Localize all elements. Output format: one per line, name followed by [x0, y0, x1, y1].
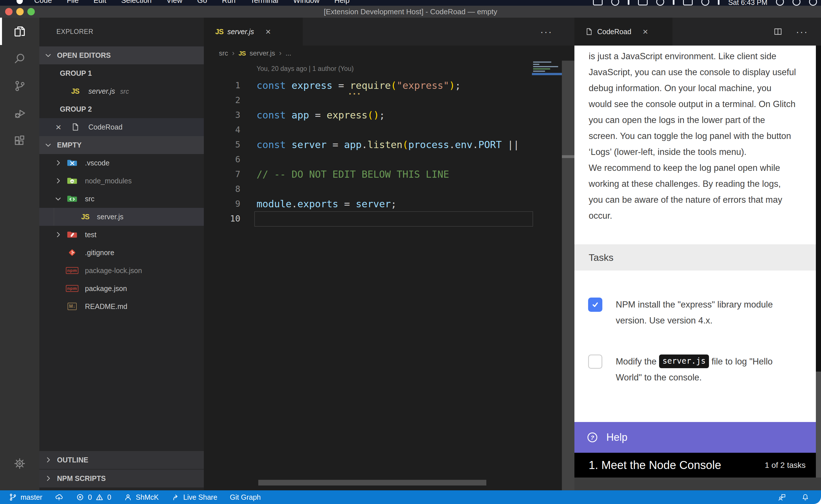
activity-explorer[interactable] [0, 18, 39, 45]
help-q-icon: ? [586, 431, 599, 444]
tree-item-package-json[interactable]: npmpackage.json [39, 280, 204, 298]
input-icon[interactable] [656, 0, 664, 6]
siri-icon[interactable] [793, 0, 800, 6]
codelens-annotation[interactable]: You, 20 days ago | 1 author (You) [257, 65, 354, 73]
close-tab-icon[interactable]: × [643, 26, 648, 37]
panel-scrollbar-thumb[interactable] [816, 372, 821, 478]
open-editor-item-coderoad[interactable]: ×CodeRoad [39, 118, 204, 136]
control-center-icon[interactable] [809, 0, 817, 6]
split-editor-icon[interactable] [773, 27, 783, 36]
chevron-down-icon [44, 51, 52, 59]
display-icon[interactable] [593, 0, 602, 5]
code-line[interactable]: 6 [204, 152, 560, 167]
task-checkbox-unchecked[interactable] [588, 355, 602, 369]
editor-vertical-scrollbar[interactable] [562, 61, 574, 490]
menu-item-window[interactable]: Window [293, 0, 319, 5]
code-line[interactable]: 5const server = app.listen(process.env.P… [204, 137, 560, 152]
tree-item-src[interactable]: src [39, 190, 204, 208]
group-label-2: GROUP 2 [39, 100, 204, 118]
activity-run-debug[interactable] [0, 100, 39, 127]
menu-item-go[interactable]: Go [197, 0, 207, 5]
chevron-right-icon [54, 159, 62, 167]
status-live-share[interactable]: Live Share [171, 493, 218, 501]
menu-item-run[interactable]: Run [222, 0, 236, 5]
scrollbar-thumb[interactable] [562, 155, 574, 158]
section-npm-scripts[interactable]: NPM SCRIPTS [39, 470, 204, 487]
code-line[interactable]: 7// -- DO NOT EDIT BELOW THIS LINE [204, 167, 560, 182]
menu-item-view[interactable]: View [166, 0, 182, 5]
code-line[interactable]: 3const app = express(); [204, 108, 560, 122]
minimap[interactable] [532, 61, 562, 220]
status-problems[interactable]: 0 0 [76, 493, 111, 501]
section-open-editors[interactable]: OPEN EDITORS [39, 46, 204, 64]
lesson-bar[interactable]: 1. Meet the Node Console 1 of 2 tasks [574, 453, 816, 478]
warnings-icon [95, 493, 104, 501]
tab-label: server.js [228, 28, 254, 36]
shield-icon[interactable] [628, 0, 630, 5]
activity-extensions[interactable] [0, 127, 39, 154]
status-user[interactable]: ShMcK [124, 493, 159, 501]
code-line[interactable]: 8 [204, 182, 560, 196]
control-icon[interactable] [701, 0, 709, 6]
breadcrumb-item[interactable]: src [219, 49, 228, 57]
play-icon[interactable] [638, 0, 648, 5]
section-outline[interactable]: OUTLINE [39, 451, 204, 469]
code-line[interactable]: 9module.exports = server; [204, 196, 560, 211]
branch-icon [9, 493, 17, 501]
panel-more-actions-button[interactable]: ··· [796, 26, 808, 37]
menu-item-file[interactable]: File [67, 0, 79, 5]
spotlight-icon[interactable] [776, 0, 784, 6]
tab-coderoad[interactable]: CodeRoad × [574, 18, 673, 46]
menu-item-terminal[interactable]: Terminal [250, 0, 278, 5]
activity-settings[interactable] [0, 450, 39, 477]
js-icon: JS [239, 50, 246, 57]
npm-icon: npm [66, 267, 79, 274]
minimap-slider[interactable] [532, 73, 562, 75]
tree-item--gitignore[interactable]: .gitignore [39, 244, 204, 262]
tab-server-js[interactable]: JS server.js × [204, 18, 303, 46]
code-line[interactable]: 2 [204, 93, 560, 108]
close-icon[interactable]: × [56, 118, 64, 126]
status-branch[interactable]: master [9, 493, 42, 501]
tree-item-node-modules[interactable]: JSnode_modules [39, 172, 204, 190]
close-tab-icon[interactable]: × [266, 26, 271, 37]
tree-item-package-lock-json[interactable]: npmpackage-lock.json [39, 262, 204, 280]
section-empty-folder[interactable]: EMPTY [39, 136, 204, 154]
apple-logo-icon[interactable] [17, 0, 23, 4]
feedback-button[interactable] [778, 493, 786, 501]
activity-source-control[interactable] [0, 72, 39, 100]
screen-icon[interactable] [718, 0, 720, 5]
menu-item-help[interactable]: Help [334, 0, 350, 5]
breadcrumb[interactable]: src›JSserver.js›... [219, 46, 291, 61]
divider-icon[interactable] [683, 0, 693, 5]
tree-item-server-js[interactable]: JSserver.js [39, 208, 204, 226]
live-share-icon [171, 493, 180, 501]
status-git-graph[interactable]: Git Graph [230, 493, 261, 501]
menu-item-selection[interactable]: Selection [121, 0, 152, 5]
task-checkbox-checked[interactable] [588, 298, 602, 312]
breadcrumb-item[interactable]: server.js [250, 49, 275, 57]
tree-item-readme-md[interactable]: M↓README.md [39, 298, 204, 315]
horizontal-scrollbar-thumb[interactable] [258, 480, 486, 485]
activity-search[interactable] [0, 45, 39, 72]
sync-icon[interactable] [611, 0, 619, 6]
help-bar[interactable]: ? Help [574, 422, 816, 453]
menu-item-edit[interactable]: Edit [93, 0, 106, 5]
status-sync[interactable] [55, 493, 63, 501]
editor-more-actions-button[interactable]: ··· [540, 18, 552, 46]
open-editor-item-serverjs[interactable]: JSserver.jssrc [39, 82, 204, 100]
files-icon [13, 25, 26, 38]
js-icon: JS [71, 82, 79, 100]
tree-item--vscode[interactable]: .vscode [39, 154, 204, 172]
breadcrumb-item[interactable]: ... [286, 49, 291, 57]
panel-tab-bar: CodeRoad × ··· [574, 18, 821, 46]
code-line[interactable]: 1const express = require("express"); [204, 78, 560, 93]
tree-item-test[interactable]: test [39, 226, 204, 244]
chevron-down-icon [54, 195, 62, 203]
notifications-button[interactable] [801, 493, 810, 501]
battery-icon[interactable] [673, 0, 675, 5]
menu-item-code[interactable]: Code [34, 0, 52, 5]
editor-group[interactable]: You, 20 days ago | 1 author (You) 1const… [204, 18, 574, 490]
code-line[interactable]: 4 [204, 122, 560, 137]
js-icon: JS [215, 28, 224, 36]
